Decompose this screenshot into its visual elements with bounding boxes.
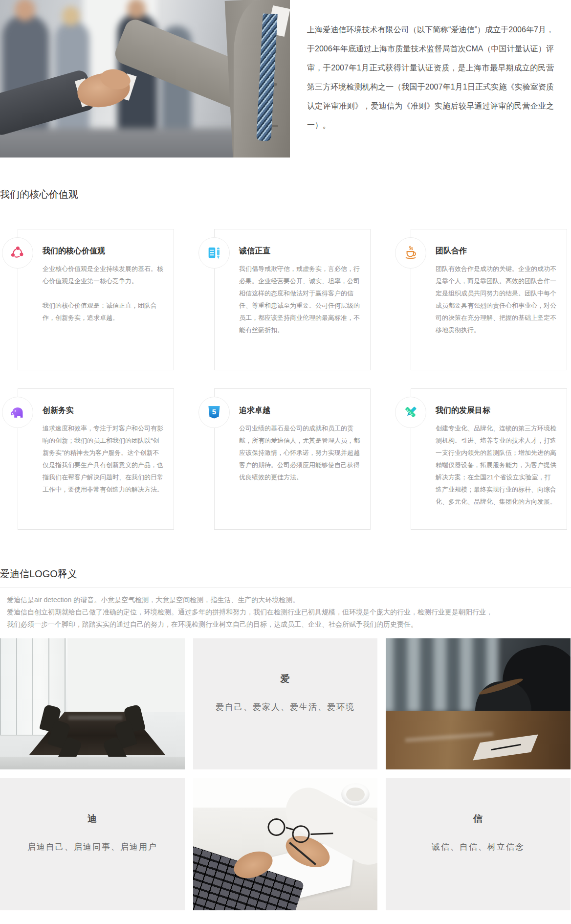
svg-text:5: 5 [212, 408, 216, 416]
value-cards-grid: 我们的核心价值观 企业核心价值观是企业持续发展的基石。核心价值观是企业第一核心竞… [0, 229, 571, 530]
ruler-pencil-icon [395, 397, 426, 428]
values-section-title: 我们的核心价值观 [0, 187, 571, 201]
value-card-development-goals: 我们的发展目标 创建专业化、品牌化、连锁的第三方环境检测机构。引进、培养专业的技… [411, 388, 567, 530]
card-paragraph: 公司业绩的基石是公司的成就和员工的贡献，所有的爱迪信人，尤其是管理人员，都应该保… [239, 422, 360, 483]
logo-description: 爱迪信是air detection 的谐音。小意是空气检测，大意是空间检测，指生… [7, 594, 571, 631]
about-page: 上海爱迪信环境技术有限公司（以下简称“爱迪信”）成立于2006年7月，于2006… [0, 0, 571, 910]
notebook-pencil-icon [198, 237, 230, 269]
value-card-core-values: 我们的核心价值观 企业核心价值观是企业持续发展的基石。核心价值观是企业第一核心竞… [18, 229, 174, 370]
value-card-innovation: 创新务实 追求速度和效率，专注于对客户和公司有影响的创新；我们的员工和我们的团队… [18, 388, 174, 530]
value-card-excellence: 5 追求卓越 公司业绩的基石是公司的成就和员工的贡献，所有的爱迪信人，尤其是管理… [214, 388, 371, 530]
desk-work-photo [193, 778, 377, 910]
java-cup-icon [395, 237, 426, 269]
intro-section: 上海爱迪信环境技术有限公司（以下简称“爱迪信”）成立于2006年7月，于2006… [0, 0, 571, 158]
boardroom-closeup-photo [386, 638, 571, 769]
value-card-teamwork: 团队合作 团队有效合作是成功的关键。企业的成功不是靠个人，而是靠团队。高效的团队… [411, 229, 567, 370]
meeting-room-photo [0, 638, 185, 769]
logo-description-line: 爱迪信是air detection 的谐音。小意是空气检测，大意是空间检测，指生… [7, 594, 571, 606]
card-paragraph: 创建专业化、品牌化、连锁的第三方环境检测机构。引进、培养专业的技术人才，打造一支… [436, 422, 557, 508]
elephant-icon [2, 397, 33, 428]
card-paragraph: 我们的核心价值观是：诚信正直，团队合作，创新务实，追求卓越。 [43, 299, 164, 324]
tile-character: 信 [386, 778, 571, 825]
share-network-icon [2, 237, 33, 269]
logo-description-line: 爱迪信自创立初期就给自己做了准确的定位，环境检测。通过多年的拼搏和努力，我们在检… [7, 606, 571, 618]
section-divider [0, 587, 571, 588]
card-title: 创新务实 [43, 406, 164, 416]
tile-character: 迪 [0, 778, 185, 825]
card-title: 追求卓越 [239, 406, 360, 416]
tile-enlighten: 迪 启迪自己、启迪同事、启迪用户 [0, 778, 185, 910]
logo-mosaic-grid: 爱 爱自己、爱家人、爱生活、爱环境 迪 启迪自己、启迪同事、启迪用户 [0, 638, 571, 910]
card-paragraph: 追求速度和效率，专注于对客户和公司有影响的创新；我们的员工和我们的团队以“创新务… [43, 422, 164, 496]
card-title: 诚信正直 [239, 246, 360, 256]
tile-description: 诚信、自信、树立信念 [386, 841, 571, 853]
card-paragraph: 我们倡导戒欺守信，戒虚务实，言必信，行必果。企业经营要公开、诚实、坦率，公司相信… [239, 263, 360, 336]
card-title: 我们的发展目标 [436, 406, 557, 416]
card-title: 我们的核心价值观 [43, 246, 164, 256]
value-card-integrity: 诚信正直 我们倡导戒欺守信，戒虚务实，言必信，行必果。企业经营要公开、诚实、坦率… [214, 229, 371, 370]
tile-description: 爱自己、爱家人、爱生活、爱环境 [193, 701, 377, 713]
card-title: 团队合作 [436, 246, 557, 256]
tile-character: 爱 [193, 638, 377, 685]
card-paragraph: 企业核心价值观是企业持续发展的基石。核心价值观是企业第一核心竞争力。 [43, 263, 164, 287]
html5-shield-icon: 5 [198, 397, 230, 428]
business-handshake-photo [0, 0, 290, 158]
card-paragraph: 团队有效合作是成功的关键。企业的成功不是靠个人，而是靠团队。高效的团队合作一定是… [436, 263, 557, 336]
tile-trust: 信 诚信、自信、树立信念 [386, 778, 571, 910]
logo-description-line: 我们必须一步一个脚印，踏踏实实的通过自己的努力，在环境检测行业树立自己的目标，达… [7, 618, 571, 631]
tile-love: 爱 爱自己、爱家人、爱生活、爱环境 [193, 638, 377, 769]
logo-section-title: 爱迪信LOGO释义 [0, 567, 571, 581]
company-intro-text: 上海爱迪信环境技术有限公司（以下简称“爱迪信”）成立于2006年7月，于2006… [307, 8, 554, 150]
tile-description: 启迪自己、启迪同事、启迪用户 [0, 841, 185, 853]
